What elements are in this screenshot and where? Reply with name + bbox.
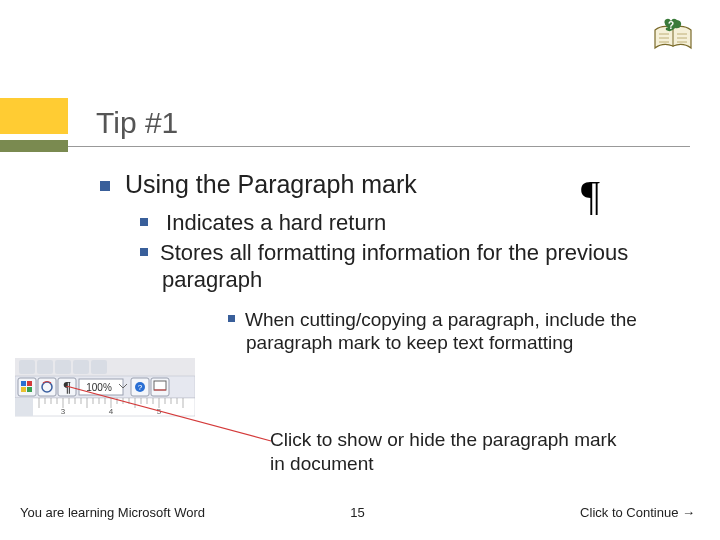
- bullet-level3: When cutting/copying a paragraph, includ…: [228, 308, 695, 356]
- level1-text: Using the Paragraph mark: [125, 170, 417, 198]
- footer: You are learning Microsoft Word 15 Click…: [20, 505, 695, 520]
- slide-title: Tip #1: [96, 108, 178, 138]
- bullet-level1: Using the Paragraph mark ¶: [100, 170, 695, 199]
- svg-rect-11: [27, 381, 32, 386]
- title-underline: [68, 146, 690, 147]
- slide-title-area: Tip #1: [0, 98, 720, 152]
- svg-rect-14: [38, 378, 56, 396]
- callout-text: Click to show or hide the paragraph mark…: [270, 428, 630, 476]
- svg-rect-3: [19, 360, 35, 374]
- square-bullet-icon: [100, 181, 110, 191]
- bullet-level2: Stores all formatting information for th…: [140, 239, 695, 294]
- bullet-level2: Indicates a hard return: [140, 209, 695, 237]
- footer-left: You are learning Microsoft Word: [20, 505, 205, 520]
- svg-rect-4: [37, 360, 53, 374]
- ruler-num: 3: [61, 407, 66, 416]
- svg-text:?: ?: [668, 20, 674, 31]
- ruler-num: 5: [157, 407, 162, 416]
- pilcrow-icon: ¶: [581, 172, 600, 220]
- svg-rect-6: [73, 360, 89, 374]
- word-toolbar-screenshot: ¶ 100% ? 3 4 5: [15, 358, 195, 422]
- svg-rect-23: [154, 381, 166, 390]
- svg-text:¶: ¶: [63, 379, 71, 395]
- zoom-value: 100%: [86, 382, 112, 393]
- svg-rect-12: [21, 387, 26, 392]
- square-bullet-icon: [140, 218, 148, 226]
- title-accent-gold: [0, 98, 68, 134]
- level2-text-0: Indicates a hard return: [160, 210, 386, 235]
- title-accent-olive: [0, 140, 68, 152]
- square-bullet-icon: [140, 248, 148, 256]
- click-to-continue[interactable]: Click to Continue →: [580, 505, 695, 520]
- svg-rect-7: [91, 360, 107, 374]
- svg-rect-25: [15, 398, 33, 416]
- square-bullet-icon: [228, 315, 235, 322]
- level3-text: When cutting/copying a paragraph, includ…: [245, 309, 637, 354]
- svg-rect-5: [55, 360, 71, 374]
- ruler-num: 4: [109, 407, 114, 416]
- level2-text-1: Stores all formatting information for th…: [160, 240, 628, 293]
- svg-rect-13: [27, 387, 32, 392]
- help-book-icon: ?: [651, 18, 695, 60]
- svg-rect-10: [21, 381, 26, 386]
- content-area: Using the Paragraph mark ¶ Indicates a h…: [100, 170, 695, 355]
- svg-text:?: ?: [138, 383, 143, 392]
- slide-number: 15: [350, 505, 364, 520]
